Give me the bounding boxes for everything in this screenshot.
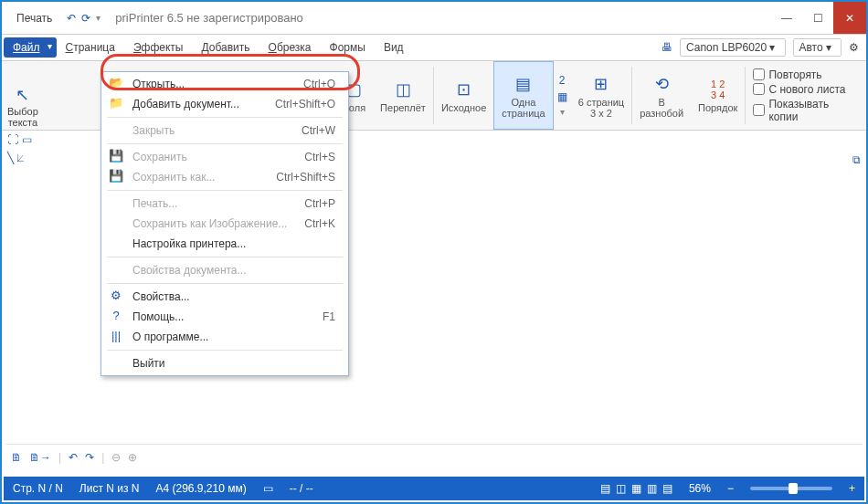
menu-save: 💾СохранитьCtrl+S bbox=[101, 147, 348, 167]
menu-forms[interactable]: Формы bbox=[321, 37, 375, 58]
menu-effects[interactable]: Эффекты bbox=[124, 37, 193, 58]
chevron-down-icon[interactable]: ▾ bbox=[560, 107, 565, 117]
menu-help[interactable]: ?Помощь...F1 bbox=[101, 307, 348, 327]
bottom-toolbar: 🗎 🗎→ | ↶ ↷ | ⊖ ⊕ bbox=[5, 444, 863, 469]
minimize-button[interactable]: — bbox=[771, 2, 802, 34]
menu-add[interactable]: Добавить bbox=[192, 37, 259, 58]
window-title: priPrinter 6.5 не зарегистрировано bbox=[106, 11, 771, 25]
refresh-button[interactable]: ⟳ bbox=[81, 12, 90, 25]
folder-add-icon: 📁 bbox=[109, 96, 123, 110]
panel-toggle-icon[interactable]: ⧉ bbox=[852, 153, 861, 166]
zoom-slider[interactable] bbox=[750, 487, 832, 490]
quick-access-toolbar: Печать ↶ ⟳ ▾ bbox=[2, 9, 106, 27]
one-page-icon: ▤ bbox=[513, 73, 535, 95]
view-4-icon[interactable]: ▥ bbox=[647, 482, 657, 495]
view-5-icon[interactable]: ▤ bbox=[662, 482, 672, 495]
zoom-in-icon[interactable]: ⊕ bbox=[128, 451, 137, 464]
menu-save-as: 💾Сохранить как...Ctrl+Shift+S bbox=[101, 167, 348, 187]
text-select-label: Выбор текста bbox=[7, 106, 38, 128]
folder-open-icon: 📂 bbox=[109, 76, 123, 89]
view-mode-icons: ▤ ◫ ▦ ▥ ▤ bbox=[600, 482, 672, 495]
new-doc-icon[interactable]: 🗎 bbox=[11, 451, 22, 464]
printer-combo[interactable]: Canon LBP6020 ▾ bbox=[680, 38, 785, 57]
menu-doc-props: Свойства документа... bbox=[101, 260, 348, 280]
print-button[interactable]: Печать bbox=[7, 9, 61, 27]
ribbon-six-pages[interactable]: ⊞ 6 страниц 3 x 2 bbox=[571, 61, 631, 130]
close-button[interactable]: ✕ bbox=[833, 2, 866, 34]
settings-gear-icon[interactable]: ⚙ bbox=[849, 41, 859, 54]
rect-icon[interactable]: ▭ bbox=[22, 133, 32, 146]
undo-button[interactable]: ↶ bbox=[67, 12, 76, 25]
source-icon: ⊡ bbox=[453, 79, 475, 100]
ribbon-one-page[interactable]: ▤ Одна страница bbox=[493, 61, 553, 130]
menu-save-image: Сохранить как Изображение...Ctrl+K bbox=[101, 214, 348, 234]
scatter-icon: ⟲ bbox=[651, 73, 672, 95]
crop-icon[interactable]: ⛶ bbox=[7, 133, 18, 146]
redo-icon[interactable]: ↷ bbox=[85, 451, 94, 464]
two-badge[interactable]: 2 bbox=[559, 74, 566, 87]
title-bar: Печать ↶ ⟳ ▾ priPrinter 6.5 не зарегистр… bbox=[2, 2, 866, 35]
help-icon: ? bbox=[109, 309, 123, 322]
menu-file[interactable]: Файл bbox=[4, 37, 57, 58]
window-controls: — ☐ ✕ bbox=[771, 2, 866, 34]
menu-printer-setup[interactable]: Настройка принтера... bbox=[101, 234, 348, 254]
menu-open[interactable]: 📂Открыть...Ctrl+O bbox=[101, 74, 348, 94]
save-as-icon: 💾 bbox=[109, 169, 123, 183]
barcode-icon: ||| bbox=[109, 329, 123, 342]
save-icon: 💾 bbox=[109, 149, 123, 163]
grid-icon[interactable]: ▦ bbox=[557, 90, 567, 103]
menu-close: ЗакрытьCtrl+W bbox=[101, 121, 348, 141]
menu-view[interactable]: Вид bbox=[375, 37, 413, 58]
status-page: Стр. N / N bbox=[13, 482, 63, 495]
zoom-plus-button[interactable]: + bbox=[849, 482, 855, 495]
qat-more[interactable]: ▾ bbox=[96, 13, 101, 23]
view-2-icon[interactable]: ◫ bbox=[616, 482, 626, 495]
menu-page[interactable]: Страница bbox=[57, 37, 124, 58]
measure-icon[interactable]: ⟀ bbox=[17, 152, 24, 164]
zoom-out-icon[interactable]: ⊖ bbox=[111, 451, 121, 464]
zoom-thumb[interactable] bbox=[789, 483, 798, 494]
ribbon-two-up-col: 2 ▦ ▾ bbox=[554, 61, 571, 130]
menu-add-document[interactable]: 📁Добавить документ...Ctrl+Shift+O bbox=[101, 94, 348, 114]
zoom-value: 56% bbox=[689, 482, 711, 495]
view-1-icon[interactable]: ▤ bbox=[600, 482, 610, 495]
status-bar: Стр. N / N Лист N из N A4 (296.9,210 мм)… bbox=[4, 477, 864, 500]
left-tool-column: ↖ Выбор текста ⛶▭ ╲⟀ bbox=[7, 84, 38, 164]
page-next-icon[interactable]: 🗎→ bbox=[29, 451, 51, 464]
ribbon-scatter[interactable]: ⟲ В разнобой bbox=[632, 61, 691, 130]
menu-bar: Файл Страница Эффекты Добавить Обрезка Ф… bbox=[2, 35, 866, 60]
undo-icon[interactable]: ↶ bbox=[69, 451, 78, 464]
cursor-icon[interactable]: ↖ bbox=[12, 84, 34, 106]
status-sheet: Лист N из N bbox=[79, 482, 140, 495]
zoom-minus-button[interactable]: − bbox=[727, 482, 734, 495]
ribbon-checkboxes: Повторять С нового листа Показывать копи… bbox=[746, 61, 866, 130]
binding-icon: ◫ bbox=[392, 79, 414, 100]
printer-icon: 🖶 bbox=[662, 41, 672, 54]
menu-trim[interactable]: Обрезка bbox=[259, 37, 321, 58]
six-pages-icon: ⊞ bbox=[590, 73, 612, 95]
mode-combo[interactable]: Авто ▾ bbox=[793, 38, 842, 57]
status-paper: A4 (296.9,210 мм) bbox=[155, 482, 246, 495]
menu-about[interactable]: |||О программе... bbox=[101, 327, 348, 347]
view-3-icon[interactable]: ▦ bbox=[631, 482, 641, 495]
ribbon-source[interactable]: ⊡ Исходное bbox=[434, 61, 493, 130]
maximize-button[interactable]: ☐ bbox=[802, 2, 833, 34]
file-menu-dropdown: 📂Открыть...Ctrl+O 📁Добавить документ...C… bbox=[101, 71, 349, 376]
showcopies-checkbox[interactable]: Показывать копии bbox=[753, 98, 859, 123]
ribbon-binding[interactable]: ◫ Переплёт bbox=[373, 61, 433, 130]
printer-selector-area: 🖶 Canon LBP6020 ▾ Авто ▾ ⚙ bbox=[662, 38, 864, 57]
gear-icon: ⚙ bbox=[109, 289, 123, 302]
newsheet-checkbox[interactable]: С нового листа bbox=[753, 83, 859, 96]
menu-exit[interactable]: Выйти bbox=[101, 353, 348, 373]
line-icon[interactable]: ╲ bbox=[7, 152, 14, 164]
menu-print: Печать...Ctrl+P bbox=[101, 194, 348, 214]
ribbon-order[interactable]: 1 23 4 Порядок bbox=[691, 61, 745, 130]
menu-props[interactable]: ⚙Свойства... bbox=[101, 287, 348, 307]
repeat-checkbox[interactable]: Повторять bbox=[753, 68, 859, 81]
order-icon: 1 23 4 bbox=[707, 79, 729, 100]
status-dash: -- / -- bbox=[290, 482, 313, 495]
status-orient-icon[interactable]: ▭ bbox=[263, 482, 273, 495]
